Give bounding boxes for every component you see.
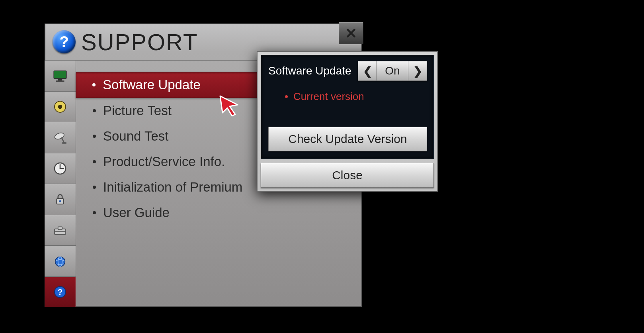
- toggle-value: On: [377, 61, 408, 81]
- svg-point-4: [58, 105, 62, 109]
- lock-icon: [52, 191, 68, 208]
- popup-dark-panel: Software Update ❮ On ❯ Current version C…: [261, 55, 434, 159]
- sidebar-item-option[interactable]: [45, 215, 76, 246]
- check-update-version-button[interactable]: Check Update Version: [268, 127, 427, 151]
- close-popup-button[interactable]: Close: [261, 163, 434, 188]
- sidebar-item-support[interactable]: ?: [45, 277, 76, 308]
- sidebar-item-time[interactable]: [45, 153, 76, 184]
- chevron-right-icon: ❯: [413, 65, 422, 78]
- menu-item-label: Software Update: [103, 77, 201, 92]
- software-update-popup: Software Update ❮ On ❯ Current version C…: [257, 51, 438, 192]
- svg-rect-1: [58, 79, 62, 81]
- sidebar-item-picture[interactable]: [45, 61, 76, 92]
- sidebar-item-sound[interactable]: [45, 92, 76, 123]
- svg-text:?: ?: [58, 287, 63, 296]
- window-title: SUPPORT: [81, 29, 198, 55]
- chevron-left-icon: ❮: [363, 65, 372, 78]
- sidebar-item-network[interactable]: [45, 246, 76, 277]
- toggle-next-button[interactable]: ❯: [408, 61, 427, 81]
- svg-point-5: [54, 132, 65, 141]
- tv-icon: [52, 67, 68, 84]
- current-version-label: Current version: [293, 90, 364, 103]
- sidebar-item-channel[interactable]: [45, 122, 76, 153]
- button-label: Check Update Version: [288, 132, 407, 146]
- svg-point-12: [59, 200, 61, 202]
- menu-item-label: Product/Service Info.: [103, 154, 225, 169]
- popup-title: Software Update: [268, 65, 351, 77]
- toolbox-icon: [52, 222, 68, 239]
- sidebar-item-lock[interactable]: [45, 184, 76, 215]
- svg-rect-2: [56, 81, 64, 82]
- speaker-icon: [52, 98, 68, 115]
- current-version-row: Current version: [285, 90, 427, 103]
- toggle-prev-button[interactable]: ❮: [358, 61, 377, 81]
- clock-icon: [52, 160, 68, 177]
- bullet-icon: [93, 186, 96, 189]
- bullet-icon: [93, 211, 96, 214]
- help-icon: ?: [53, 30, 76, 53]
- menu-item-label: Sound Test: [103, 129, 169, 144]
- close-window-button[interactable]: [339, 22, 363, 44]
- svg-rect-14: [58, 227, 62, 229]
- globe-icon: [52, 253, 68, 269]
- bullet-icon: [93, 160, 96, 163]
- close-icon: [346, 28, 356, 38]
- bullet-icon: [285, 95, 288, 98]
- menu-item-user-guide[interactable]: User Guide: [76, 200, 362, 225]
- category-sidebar: ?: [45, 61, 76, 307]
- popup-header-row: Software Update ❮ On ❯: [268, 61, 427, 81]
- menu-item-label: Initialization of Premium: [103, 180, 242, 195]
- menu-item-label: User Guide: [103, 205, 170, 220]
- satellite-icon: [52, 129, 68, 146]
- svg-rect-7: [62, 143, 66, 144]
- bullet-icon: [93, 109, 96, 112]
- question-icon: ?: [52, 284, 68, 300]
- button-label: Close: [332, 168, 363, 182]
- software-update-toggle: ❮ On ❯: [358, 61, 427, 81]
- svg-rect-0: [54, 71, 66, 78]
- menu-item-label: Picture Test: [103, 103, 172, 118]
- bullet-icon: [92, 83, 96, 86]
- bullet-icon: [93, 135, 96, 138]
- svg-line-6: [62, 137, 64, 143]
